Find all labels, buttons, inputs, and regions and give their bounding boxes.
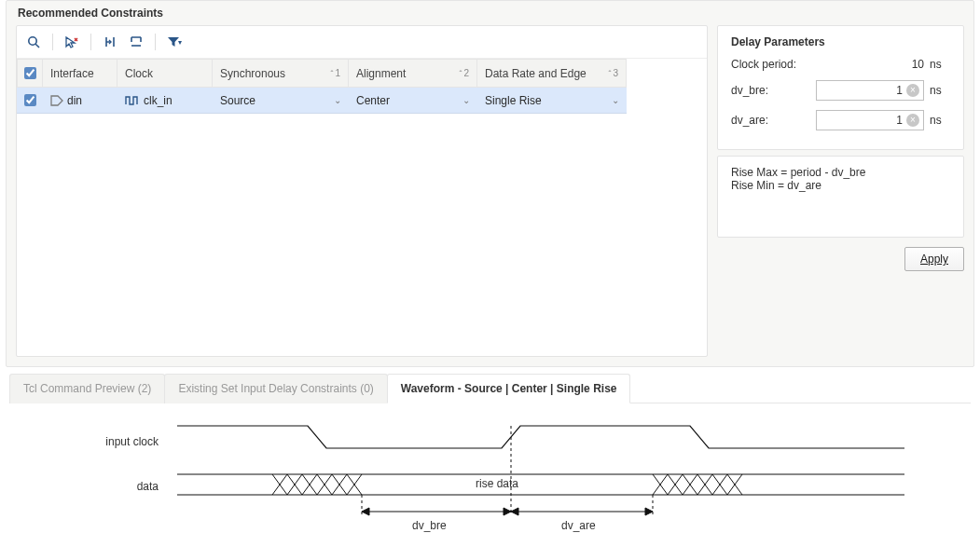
col-header-checkbox[interactable]: [17, 59, 43, 88]
formula-line: Rise Min = dv_are: [731, 179, 950, 192]
cell-text: Center: [356, 94, 390, 107]
clock-icon: [125, 95, 140, 106]
constraints-grid: Interface Clock Synchronous ˆ1 Alignment…: [17, 59, 707, 114]
dv-are-label: dv_are:: [731, 114, 816, 127]
row-clock-cell[interactable]: clk_in: [117, 88, 213, 114]
dv-are-row: dv_are: 1 × ns: [731, 110, 950, 130]
sort-indicator: ˆ2: [459, 68, 469, 78]
toolbar-separator: [52, 34, 53, 50]
cell-text: din: [67, 94, 82, 107]
filter-icon[interactable]: ▾: [163, 32, 186, 52]
toolbar-separator: [155, 34, 156, 50]
row-synchronous-cell[interactable]: Source ⌄: [213, 88, 349, 114]
apply-button[interactable]: Apply: [904, 247, 964, 271]
tab-tcl-preview[interactable]: Tcl Command Preview (2): [9, 374, 165, 403]
clock-period-value: 10: [874, 58, 930, 71]
waveform-label-dv-are: dv_are: [561, 519, 596, 532]
col-header-label: Alignment: [356, 67, 406, 80]
col-header-label: Synchronous: [220, 67, 285, 80]
svg-point-0: [29, 37, 36, 45]
waveform-label-dv-bre: dv_bre: [412, 519, 447, 532]
clock-period-label: Clock period:: [731, 58, 874, 71]
tab-existing-constraints[interactable]: Existing Set Input Delay Constraints (0): [164, 374, 387, 403]
waveform-label-rise-data: rise data: [476, 477, 518, 490]
unit-label: ns: [930, 58, 950, 71]
chevron-down-icon: ⌄: [612, 95, 619, 105]
col-header-synchronous[interactable]: Synchronous ˆ1: [213, 59, 349, 88]
dv-are-value: 1: [821, 114, 906, 127]
search-icon[interactable]: [22, 32, 45, 52]
sort-indicator: ˆ3: [608, 68, 618, 78]
col-header-clock[interactable]: Clock: [117, 59, 213, 88]
cell-text: clk_in: [144, 94, 173, 107]
row-data-rate-cell[interactable]: Single Rise ⌄: [477, 88, 627, 114]
col-header-label: Data Rate and Edge: [485, 67, 587, 80]
collapse-icon[interactable]: [99, 32, 121, 52]
clock-period-row: Clock period: 10 ns: [731, 58, 950, 71]
delay-parameters-box: Delay Parameters Clock period: 10 ns dv_…: [717, 25, 964, 150]
port-in-icon: [50, 95, 63, 106]
select-all-checkbox[interactable]: [24, 67, 36, 79]
svg-line-1: [35, 44, 39, 48]
panel-title: Recommended Constraints: [16, 1, 964, 25]
dv-bre-label: dv_bre:: [731, 84, 816, 97]
grid-toolbar: ▾: [17, 26, 707, 59]
cell-text: Single Rise: [485, 94, 542, 107]
waveform-svg: [9, 403, 971, 533]
dv-bre-row: dv_bre: 1 × ns: [731, 80, 950, 101]
col-header-data-rate[interactable]: Data Rate and Edge ˆ3: [477, 59, 627, 88]
col-header-label: Interface: [50, 67, 94, 80]
tab-waveform[interactable]: Waveform - Source | Center | Single Rise: [387, 374, 631, 403]
unit-label: ns: [930, 84, 950, 97]
col-header-label: Clock: [125, 67, 153, 80]
waveform-viewer: input clock data: [9, 403, 971, 533]
col-header-interface[interactable]: Interface: [43, 59, 117, 88]
formula-line: Rise Max = period - dv_bre: [731, 166, 950, 179]
row-alignment-cell[interactable]: Center ⌄: [349, 88, 477, 114]
chevron-down-icon: ⌄: [334, 95, 341, 105]
sort-indicator: ˆ1: [330, 68, 340, 78]
bottom-tabs: Tcl Command Preview (2) Existing Set Inp…: [9, 373, 971, 403]
dv-are-input[interactable]: 1 ×: [816, 110, 924, 130]
row-checkbox[interactable]: [24, 94, 36, 106]
toolbar-separator: [90, 34, 91, 50]
dv-bre-input[interactable]: 1 ×: [816, 80, 924, 101]
clear-icon[interactable]: ×: [906, 114, 919, 127]
row-interface-cell[interactable]: din: [43, 88, 117, 114]
chevron-down-icon: ⌄: [462, 95, 470, 105]
formula-box: Rise Max = period - dv_bre Rise Min = dv…: [717, 156, 964, 238]
cursor-icon[interactable]: [61, 32, 83, 52]
dv-bre-value: 1: [821, 84, 906, 97]
clear-icon[interactable]: ×: [906, 84, 919, 97]
delay-parameters-title: Delay Parameters: [731, 35, 950, 48]
constraints-grid-container: ▾ Interface Clock Synchronous ˆ1: [16, 25, 708, 357]
expand-icon[interactable]: [125, 32, 147, 52]
col-header-alignment[interactable]: Alignment ˆ2: [349, 59, 477, 88]
row-checkbox-cell[interactable]: [17, 88, 43, 114]
cell-text: Source: [220, 94, 255, 107]
unit-label: ns: [930, 114, 950, 127]
